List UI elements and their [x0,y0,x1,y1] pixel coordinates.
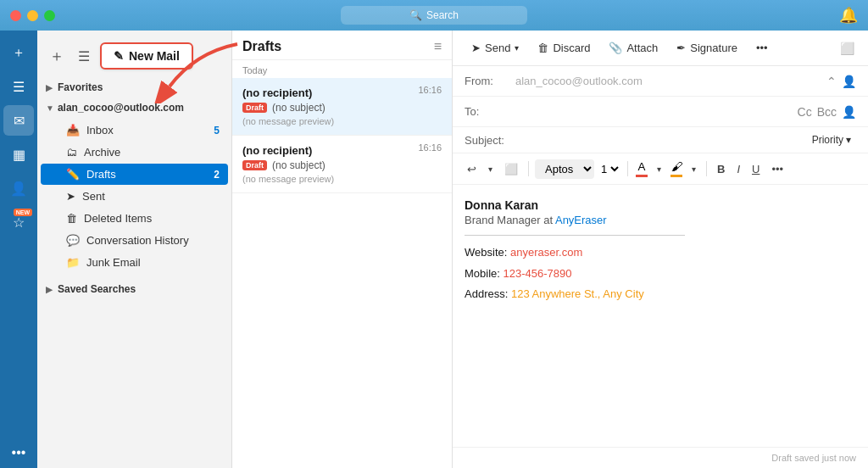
toggle-sidebar-button[interactable]: ☰ [75,45,93,68]
close-button[interactable] [10,10,21,21]
email-sender-2: (no recipient) [242,144,442,157]
format-separator-3 [706,161,707,176]
undo-chevron-button[interactable]: ▾ [484,162,497,176]
to-contact-button[interactable]: 👤 [842,105,856,119]
calendar-icon: ▦ [13,147,25,163]
folder-inbox[interactable]: 📥 Inbox 5 [41,120,228,141]
address-label: Address: [465,287,508,300]
saved-searches-label: Saved Searches [58,283,136,295]
window-controls [10,10,55,21]
email-item-2[interactable]: (no recipient) 16:16 Draft (no subject) … [232,136,452,193]
undo-button[interactable]: ↩ [463,160,481,178]
priority-label: Priority [812,134,843,146]
subject-input[interactable] [515,134,807,147]
from-expand-button[interactable]: ⌃ [826,75,837,88]
favorites-header[interactable]: ▶ Favorites [37,78,231,97]
email-preview-1: (no message preview) [242,116,442,126]
more-options-button[interactable]: ••• [748,37,776,58]
deleted-icon: 🗑 [66,212,77,225]
sidebar-menu-button[interactable]: ☰ [3,71,34,102]
draft-badge-2: Draft [242,160,267,170]
maximize-button[interactable] [44,10,55,21]
to-input[interactable] [515,105,798,118]
saved-searches-arrow-icon: ▶ [46,285,53,294]
folder-drafts[interactable]: ✏️ Drafts 2 [41,164,228,185]
send-icon: ➤ [471,42,481,54]
search-bar[interactable]: 🔍 Search [341,6,527,25]
font-color-button[interactable]: A [634,159,649,179]
priority-button[interactable]: Priority ▾ [807,132,856,148]
to-label: To: [465,105,515,118]
highlight-button[interactable]: 🖌 [669,159,684,179]
email-subject-row-2: Draft (no subject) [242,159,442,171]
sidebar-new-button[interactable]: ☆ NEW [3,207,34,237]
saved-searches-header[interactable]: ▶ Saved Searches [37,280,231,298]
email-subject-2: (no subject) [272,159,326,171]
font-color-chevron[interactable]: ▾ [653,162,665,176]
sidebar-plus-button[interactable]: ＋ [3,37,34,68]
expand-button[interactable]: ⬜ [837,38,858,58]
to-field: To: Cc Bcc 👤 [453,97,868,127]
address-link[interactable]: 123 Anywhere St., Any City [511,287,644,300]
expand-icon: ⬜ [840,42,854,55]
underline-button[interactable]: U [748,160,764,178]
send-button[interactable]: ➤ Send ▾ [463,37,527,58]
more-icon: ••• [756,42,768,54]
mobile-link[interactable]: 123-456-7890 [504,267,572,280]
folder-deleted[interactable]: 🗑 Deleted Items [41,208,228,229]
highlight-chevron[interactable]: ▾ [687,162,700,176]
sidebar-mail-button[interactable]: ✉ [3,105,34,136]
new-icon: ☆ [13,214,25,231]
icon-sidebar: ＋ ☰ ✉ ▦ 👤 ☆ NEW ••• [0,31,37,468]
folder-conversation-history[interactable]: 💬 Conversation History [41,230,228,251]
font-size-selector[interactable]: 11 [598,162,621,176]
from-contact-button[interactable]: 👤 [842,75,856,88]
copy-format-button[interactable]: ⬜ [500,160,522,178]
discard-button[interactable]: 🗑 Discard [529,37,598,58]
filter-icon[interactable]: ≡ [434,39,442,54]
folder-sent[interactable]: ➤ Sent [41,186,228,207]
signature-button[interactable]: ✒ Signature [668,37,746,58]
sidebar-more-button[interactable]: ••• [3,437,34,468]
attach-label: Attach [626,42,658,54]
italic-button[interactable]: I [732,160,744,178]
titlebar: 🔍 Search 🔔 [0,0,868,31]
mail-icon: ✉ [14,113,25,129]
account-header[interactable]: ▼ alan_cocoo@outlook.com [37,97,231,119]
signature-title: Brand Manager at AnyEraser [465,214,856,226]
bcc-button[interactable]: Bcc [817,105,837,119]
attach-button[interactable]: 📎 Attach [600,37,666,58]
inbox-count: 5 [214,125,220,136]
new-item-button[interactable]: ＋ [46,42,68,70]
folder-junk[interactable]: 📁 Junk Email [41,252,228,273]
new-badge: NEW [14,209,32,216]
account-email: alan_cocoo@outlook.com [58,102,184,114]
signature-divider [465,235,685,236]
email-item-1[interactable]: (no recipient) 16:16 Draft (no subject) … [232,78,452,136]
notification-icon[interactable]: 🔔 [839,7,858,24]
sidebar-calendar-button[interactable]: ▦ [3,139,34,170]
folder-archive-label: Archive [84,146,120,159]
email-subject-row-1: Draft (no subject) [242,102,442,114]
email-compose: ➤ Send ▾ 🗑 Discard 📎 Attach ✒ Signature … [453,31,868,468]
cc-button[interactable]: Cc [798,105,812,119]
format-toolbar: ↩ ▾ ⬜ Aptos 11 A ▾ 🖌 ▾ B I U [453,153,868,185]
search-icon: 🔍 [409,9,422,21]
new-mail-button[interactable]: ✎ New Mail [100,42,193,70]
more-format-button[interactable]: ••• [767,160,787,178]
from-input[interactable] [515,75,826,87]
highlight-icon: 🖌 [671,160,682,173]
compose-body[interactable]: Donna Karan Brand Manager at AnyEraser W… [453,185,868,447]
email-preview-2: (no message preview) [242,174,442,184]
folder-archive[interactable]: 🗂 Archive [41,142,228,163]
bold-button[interactable]: B [713,160,729,178]
highlight-indicator [670,175,682,177]
email-list-title: Drafts [242,39,281,54]
sidebar-people-button[interactable]: 👤 [3,173,34,203]
website-link[interactable]: anyeraser.com [510,246,582,259]
font-selector[interactable]: Aptos [535,159,594,179]
minimize-button[interactable] [27,10,38,21]
signature-company-link[interactable]: AnyEraser [555,214,607,226]
folder-junk-label: Junk Email [86,256,141,269]
signature-icon: ✒ [676,42,686,54]
